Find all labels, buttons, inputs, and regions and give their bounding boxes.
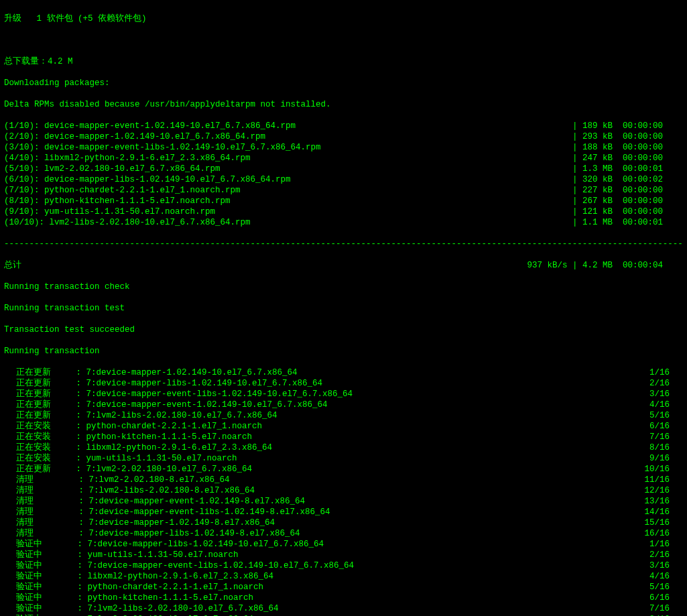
step-package: : python-chardet-2.2.1-1.el7_1.noarch (78, 582, 264, 593)
download-name: (1/10): device-mapper-event-1.02.149-10.… (4, 121, 296, 131)
download-name: (2/10): device-mapper-1.02.149-10.el7_6.… (4, 131, 265, 142)
step-package: : 7:lvm2-2.02.180-8.el7.x86_64 (79, 475, 230, 485)
download-row: (8/10): python-kitchen-1.1.1-5.el7.noarc… (4, 196, 683, 206)
download-row: (6/10): device-mapper-libs-1.02.149-10.e… (4, 174, 683, 185)
download-stats: | 189 kB 00:00:00 (572, 121, 663, 131)
download-row: (9/10): yum-utils-1.1.31-50.el7.noarch.r… (4, 206, 683, 217)
download-row: (4/10): libxml2-python-2.9.1-6.el7_2.3.x… (4, 153, 683, 164)
step-action: 验证中 (4, 571, 78, 582)
step-package: : libxml2-python-2.9.1-6.el7_2.3.x86_64 (76, 442, 273, 453)
transaction-step: 验证中 : 7:device-mapper-libs-1.02.149-10.e… (4, 539, 683, 550)
transaction-step: 验证中 : yum-utils-1.1.31-50.el7.noarch2/16 (4, 550, 683, 560)
step-action: 清理 (4, 496, 79, 507)
step-count: 14/16 (644, 507, 670, 517)
transaction-step: 正在更新 : 7:lvm2-2.02.180-10.el7_6.7.x86_64… (4, 464, 683, 475)
trans-running: Running transaction (4, 346, 683, 357)
step-package: : 7:device-mapper-event-libs-1.02.149-10… (78, 560, 355, 571)
step-action: 正在更新 (4, 410, 76, 421)
total-label: 总计 (4, 260, 21, 271)
total-download: 总下载量：4.2 M (4, 56, 683, 67)
download-name: (6/10): device-mapper-libs-1.02.149-10.e… (4, 174, 291, 185)
trans-check: Running transaction check (4, 282, 683, 292)
step-action: 清理 (4, 475, 79, 485)
download-stats: | 121 kB 00:00:00 (572, 206, 663, 217)
download-stats: | 247 kB 00:00:00 (572, 153, 663, 164)
download-stats: | 1.3 MB 00:00:01 (572, 164, 663, 174)
terminal-output: 升级 1 软件包 (+5 依赖软件包) 总下载量：4.2 M Downloadi… (0, 0, 687, 616)
step-action: 正在更新 (4, 464, 76, 475)
step-count: 2/16 (649, 378, 670, 389)
download-name: (9/10): yum-utils-1.1.31-50.el7.noarch.r… (4, 206, 215, 217)
transaction-step: 验证中 : libxml2-python-2.9.1-6.el7_2.3.x86… (4, 571, 683, 582)
download-row: (3/10): device-mapper-event-libs-1.02.14… (4, 142, 683, 153)
step-package: : 7:device-mapper-libs-1.02.149-10.el7_6… (78, 539, 324, 550)
step-count: 8/16 (649, 442, 670, 453)
step-package: : 7:device-mapper-libs-1.02.149-8.el7.x8… (79, 528, 300, 539)
download-name: (4/10): libxml2-python-2.9.1-6.el7_2.3.x… (4, 153, 251, 164)
delta-warning: Delta RPMs disabled because /usr/bin/app… (4, 99, 683, 110)
step-package: : 7:device-mapper-1.02.149-8.el7.x86_64 (79, 517, 275, 528)
divider: ----------------------------------------… (4, 239, 683, 249)
transaction-step: 清理 : 7:device-mapper-event-libs-1.02.149… (4, 507, 683, 517)
step-count: 13/16 (644, 496, 670, 507)
download-row: (10/10): lvm2-libs-2.02.180-10.el7_6.7.x… (4, 217, 683, 228)
total-row: 总计 937 kB/s | 4.2 MB 00:00:04 (4, 260, 683, 271)
step-package: : 7:device-mapper-event-1.02.149-10.el7_… (76, 399, 328, 410)
transaction-step: 正在更新 : 7:device-mapper-libs-1.02.149-10.… (4, 378, 683, 389)
step-count: 4/16 (649, 399, 670, 410)
download-name: (10/10): lvm2-libs-2.02.180-10.el7_6.7.x… (4, 217, 251, 228)
trans-test: Running transaction test (4, 303, 683, 314)
step-package: : 7:lvm2-2.02.180-10.el7_6.7.x86_64 (76, 464, 253, 475)
transaction-step: 验证中 : 7:device-mapper-event-libs-1.02.14… (4, 560, 683, 571)
transaction-step: 清理 : 7:device-mapper-1.02.149-8.el7.x86_… (4, 517, 683, 528)
step-action: 验证中 (4, 539, 78, 550)
step-count: 6/16 (649, 421, 670, 432)
transaction-step: 正在更新 : 7:device-mapper-1.02.149-10.el7_6… (4, 367, 683, 378)
step-count: 12/16 (644, 485, 670, 496)
step-package: : python-kitchen-1.1.1-5.el7.noarch (78, 593, 254, 603)
transaction-step: 正在安装 : python-kitchen-1.1.1-5.el7.noarch… (4, 432, 683, 442)
transaction-step: 验证中 : python-chardet-2.2.1-1.el7_1.noarc… (4, 582, 683, 593)
download-name: (5/10): lvm2-2.02.180-10.el7_6.7.x86_64.… (4, 164, 221, 174)
step-package: : yum-utils-1.1.31-50.el7.noarch (76, 453, 237, 464)
step-count: 9/16 (649, 453, 670, 464)
step-package: : libxml2-python-2.9.1-6.el7_2.3.x86_64 (78, 571, 274, 582)
step-count: 7/16 (649, 432, 670, 442)
step-count: 5/16 (649, 582, 670, 593)
download-name: (8/10): python-kitchen-1.1.1-5.el7.noarc… (4, 196, 231, 206)
transaction-step: 验证中 : python-kitchen-1.1.1-5.el7.noarch6… (4, 593, 683, 603)
step-action: 验证中 (4, 603, 78, 614)
step-count: 3/16 (649, 389, 670, 399)
step-count: 11/16 (644, 475, 670, 485)
total-stats: 937 kB/s | 4.2 MB 00:00:04 (527, 260, 663, 271)
step-action: 正在更新 (4, 389, 76, 399)
step-action: 验证中 (4, 593, 78, 603)
step-package: : python-chardet-2.2.1-1.el7_1.noarch (76, 421, 263, 432)
step-package: : 7:device-mapper-1.02.149-10.el7_6.7.x8… (76, 367, 298, 378)
step-count: 15/16 (644, 517, 670, 528)
transaction-step: 清理 : 7:lvm2-2.02.180-8.el7.x86_6411/16 (4, 475, 683, 485)
step-package: : 7:lvm2-libs-2.02.180-10.el7_6.7.x86_64 (76, 410, 277, 421)
download-name: (3/10): device-mapper-event-libs-1.02.14… (4, 142, 321, 153)
step-package: : 7:device-mapper-event-1.02.149-8.el7.x… (79, 496, 306, 507)
downloading-label: Downloading packages: (4, 78, 683, 88)
step-package: : 7:device-mapper-libs-1.02.149-10.el7_6… (76, 378, 323, 389)
step-count: 1/16 (649, 367, 670, 378)
transaction-step: 清理 : 7:device-mapper-event-1.02.149-8.el… (4, 496, 683, 507)
step-action: 正在更新 (4, 367, 76, 378)
transaction-step: 正在安装 : yum-utils-1.1.31-50.el7.noarch9/1… (4, 453, 683, 464)
download-stats: | 320 kB 00:00:02 (572, 174, 663, 185)
transaction-step: 清理 : 7:lvm2-libs-2.02.180-8.el7.x86_6412… (4, 485, 683, 496)
transaction-step: 正在更新 : 7:device-mapper-event-1.02.149-10… (4, 399, 683, 410)
step-count: 2/16 (649, 550, 670, 560)
download-row: (5/10): lvm2-2.02.180-10.el7_6.7.x86_64.… (4, 164, 683, 174)
step-action: 正在更新 (4, 378, 76, 389)
download-row: (2/10): device-mapper-1.02.149-10.el7_6.… (4, 131, 683, 142)
step-action: 清理 (4, 528, 79, 539)
step-package: : yum-utils-1.1.31-50.el7.noarch (78, 550, 239, 560)
step-count: 3/16 (649, 560, 670, 571)
download-stats: | 1.1 MB 00:00:01 (572, 217, 663, 228)
upgrade-summary: 升级 1 软件包 (+5 依赖软件包) (4, 13, 683, 24)
step-count: 1/16 (649, 539, 670, 550)
step-action: 清理 (4, 517, 79, 528)
